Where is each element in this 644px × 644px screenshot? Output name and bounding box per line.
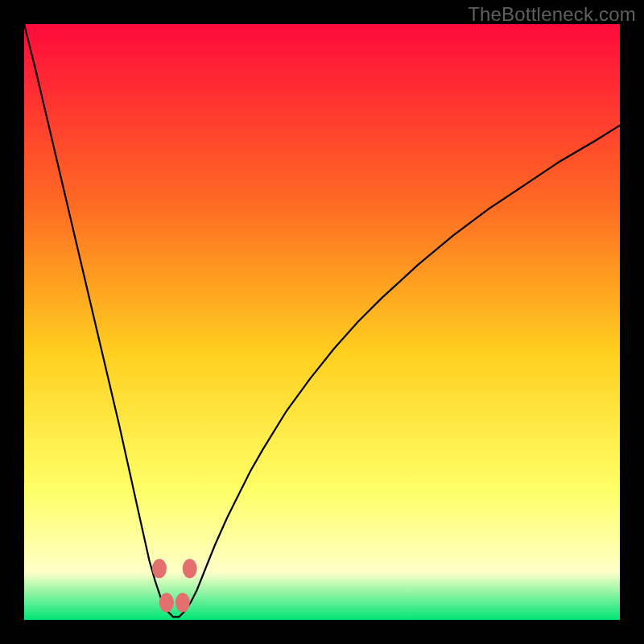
chart-frame: { "watermark": "TheBottleneck.com", "col… [0,0,644,644]
watermark-text: TheBottleneck.com [468,3,636,26]
curve-marker-3 [175,593,190,613]
curve-marker-1 [183,559,197,578]
curve-marker-2 [159,593,174,613]
gradient-background [24,24,620,620]
bottleneck-chart [24,24,620,620]
curve-marker-0 [152,559,167,578]
